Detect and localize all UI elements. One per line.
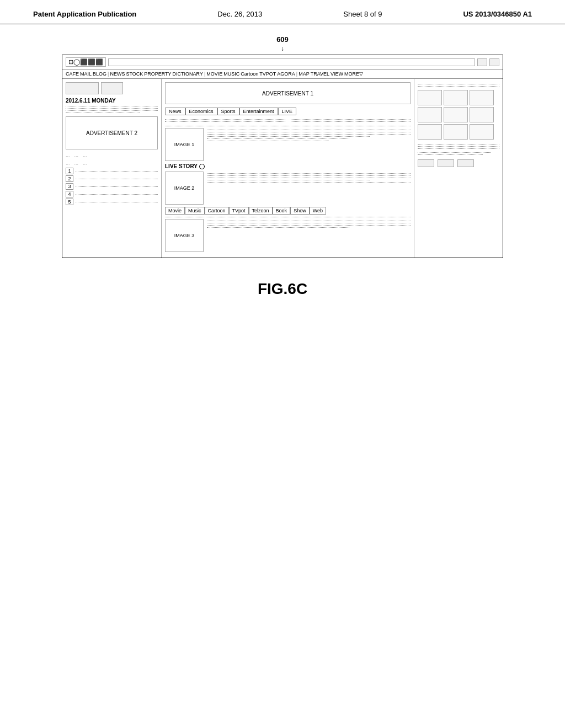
small-item-3: ...: [83, 153, 87, 158]
list-item-5: 5: [66, 199, 158, 205]
small-item-1: ...: [66, 153, 70, 158]
image2-placeholder: IMAGE 2: [165, 172, 204, 205]
center-dot-1: [165, 119, 285, 120]
nav-news[interactable]: NEWS: [110, 71, 125, 77]
patent-header: Patent Application Publication Dec. 26, …: [0, 0, 565, 24]
img1-dot-2: [207, 132, 411, 132]
right-grid-box-2: [444, 90, 468, 105]
img1-dot-4: [207, 136, 370, 137]
media-tab-movie[interactable]: Movie: [165, 207, 185, 215]
dotted-line-4: [66, 113, 140, 113]
media-tab-web[interactable]: Web: [310, 207, 326, 215]
img2-dot-5: [207, 182, 411, 183]
browser-btn-1[interactable]: [477, 58, 487, 66]
right-grid-box-9: [470, 124, 494, 140]
right-btn-1[interactable]: [418, 159, 434, 167]
media-tab-show[interactable]: Show: [290, 207, 310, 215]
d2: [76, 179, 158, 179]
wireframe-diagram: ⊡◯⬛⬛⬛ CAFE MAIL BLOG | NEWS STOCK PROPER…: [62, 55, 503, 258]
image3-placeholder: IMAGE 3: [165, 219, 204, 252]
right-grid-box-8: [444, 124, 468, 140]
nav-tvpot[interactable]: TVPOT: [259, 71, 276, 77]
center-content: ADVERTISEMENT 1 News Economics Sports En…: [162, 79, 414, 258]
center-dot-2: [165, 121, 285, 122]
center-dot-3: [291, 119, 411, 120]
dotted-line-1: [66, 106, 158, 106]
list-dots-2: [76, 177, 158, 181]
list-item-2: 2: [66, 175, 158, 182]
tab-news[interactable]: News: [165, 108, 185, 115]
nav-more[interactable]: MORE▽: [344, 71, 363, 77]
right-dot-6: [418, 152, 491, 153]
right-btn-3[interactable]: [457, 159, 474, 167]
nav-stock[interactable]: STOCK: [126, 71, 143, 77]
number-box-5: 5: [66, 199, 73, 205]
image1-text: [207, 128, 411, 161]
small-item-5: ...: [74, 160, 79, 165]
media-tab-telzoon[interactable]: Telzoon: [249, 207, 273, 215]
tab-economics[interactable]: Economics: [185, 108, 217, 115]
nav-sep3: |: [296, 71, 297, 77]
img3-dot-2: [207, 223, 411, 223]
list-dots-5: [76, 200, 158, 204]
browser-logo: ⊡◯⬛⬛⬛: [66, 57, 106, 67]
header-date: Dec. 26, 2013: [217, 10, 262, 18]
dotted-line-2: [66, 108, 158, 109]
browser-toolbar: ⊡◯⬛⬛⬛: [62, 55, 503, 69]
content-area: 2012.6.11 MONDAY ADVERTISEMENT 2 ... ...…: [62, 79, 503, 258]
media-sep-dot: [165, 217, 411, 217]
media-tab-book[interactable]: Book: [273, 207, 291, 215]
bottom-right-buttons: [418, 159, 499, 167]
header-patent-number: US 2013/0346850 A1: [463, 10, 532, 18]
tab-sports[interactable]: Sports: [217, 108, 239, 115]
nav-agora[interactable]: AGORA: [277, 71, 295, 77]
tab-live[interactable]: LIVE: [278, 108, 297, 115]
image1-placeholder: IMAGE 1: [165, 128, 204, 161]
right-dot-3: [418, 144, 499, 144]
nav-view[interactable]: VIEW: [331, 71, 343, 77]
right-grid-row-2: [418, 107, 499, 122]
img2-dot-3: [207, 178, 411, 178]
right-dot-2: [418, 86, 499, 87]
nav-cafe[interactable]: CAFE: [66, 71, 79, 77]
browser-btn-2[interactable]: [489, 58, 499, 66]
address-bar[interactable]: [108, 58, 475, 66]
nav-mail[interactable]: MAIL: [80, 71, 92, 77]
nav-blog[interactable]: BLOG: [93, 71, 106, 77]
right-grid-row-3: [418, 124, 499, 140]
nav-music[interactable]: MUSIC: [223, 71, 239, 77]
right-grid-box-3: [470, 90, 494, 105]
nav-dictionary[interactable]: DICTIONARY: [173, 71, 203, 77]
right-grid-box-5: [444, 107, 468, 122]
image2-text: [207, 172, 411, 205]
nav-sep2: |: [204, 71, 205, 77]
figure-caption: FIG.6C: [258, 280, 307, 298]
number-box-2: 2: [66, 175, 73, 182]
nav-movie[interactable]: MOVIE: [206, 71, 222, 77]
logo-box-1: [66, 82, 99, 94]
live-story-label: LIVE STORY: [165, 163, 411, 169]
nav-cartoon[interactable]: Cartoon: [241, 71, 258, 77]
img2-dot-2: [207, 175, 411, 176]
nav-map[interactable]: MAP: [299, 71, 310, 77]
nav-travel[interactable]: TRAVEL: [311, 71, 329, 77]
small-item-2: ...: [74, 153, 79, 158]
right-dot-7: [418, 154, 483, 155]
right-dot-4: [418, 146, 499, 147]
tab-entertainment[interactable]: Entertainment: [239, 108, 278, 115]
center-dot-5: [165, 126, 411, 126]
center-dot-4: [291, 121, 411, 122]
media-tab-music[interactable]: Music: [185, 207, 205, 215]
media-tab-tvpot[interactable]: TVpot: [229, 207, 249, 215]
ad1-box: ADVERTISEMENT 1: [165, 82, 411, 104]
right-btn-2[interactable]: [438, 159, 454, 167]
media-tab-cartoon[interactable]: Cartoon: [205, 207, 229, 215]
dotted-line-3: [66, 110, 158, 111]
nav-property[interactable]: PROPERTY: [144, 71, 171, 77]
img3-dot-1: [207, 221, 411, 221]
list-item-1: 1: [66, 168, 158, 174]
news-tab-bar: News Economics Sports Entertainment LIVE: [165, 108, 411, 115]
img3-dot-3: [207, 225, 411, 226]
live-story-icon: [199, 164, 205, 169]
header-sheet: Sheet 8 of 9: [343, 10, 382, 18]
